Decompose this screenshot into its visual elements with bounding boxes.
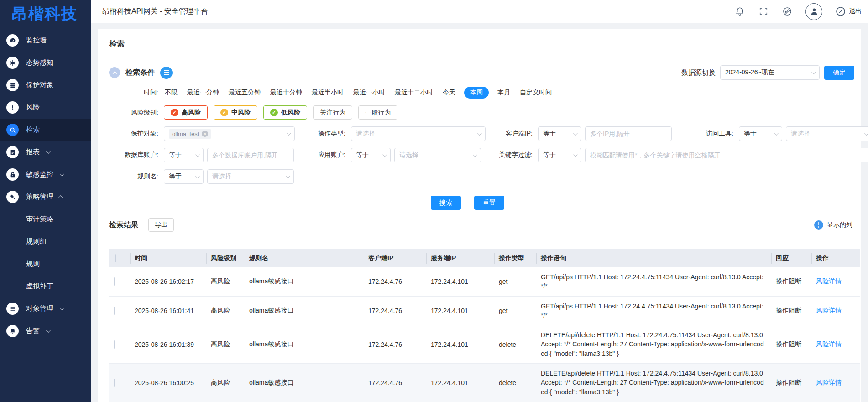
sidebar-item-virtual-patch[interactable]: 虚拟补丁: [0, 275, 91, 298]
time-option-last-10min[interactable]: 最近十分钟: [269, 87, 303, 99]
keyword-op-select[interactable]: 等于: [538, 148, 581, 162]
collapse-conditions-button[interactable]: [109, 67, 120, 78]
sidebar-item-risk[interactable]: 风险: [0, 96, 91, 119]
datasource-select[interactable]: 2024-09-26~现在: [720, 65, 820, 80]
app-title: 昂楷科技API网关 - 安全管理平台: [102, 7, 208, 16]
sidebar-item-label: 报表: [26, 148, 40, 157]
time-option-last-12h[interactable]: 最近十二小时: [394, 87, 434, 99]
db-account-op-select[interactable]: 等于: [164, 148, 204, 162]
risk-normal-button[interactable]: 一般行为: [358, 105, 397, 120]
sidebar-item-reports[interactable]: 报表: [0, 141, 91, 163]
time-label: 时间:: [105, 89, 164, 97]
risk-high-button[interactable]: ✓ 高风险: [164, 105, 208, 120]
row-checkbox[interactable]: [114, 379, 115, 387]
logout-button[interactable]: 退出: [835, 6, 862, 17]
user-avatar[interactable]: [805, 3, 822, 20]
sidebar-item-rule-group[interactable]: 规则组: [0, 230, 91, 253]
sidebar-item-label: 对象管理: [26, 304, 53, 313]
sidebar-item-sensitive-monitor[interactable]: 敏感监控: [0, 163, 91, 186]
time-option-last-1h[interactable]: 最近一小时: [352, 87, 386, 99]
rule-name-select[interactable]: 请选择: [207, 169, 294, 184]
col-rule-name: 规则名: [245, 249, 364, 267]
visible-columns-button[interactable]: 显示的列: [814, 220, 852, 230]
cell-time: 2025-08-26 16:02:17: [130, 267, 206, 296]
risk-exclamation-icon: [6, 101, 19, 114]
op-value: 等于: [744, 130, 757, 138]
sidebar-item-alerts[interactable]: 告警: [0, 320, 91, 342]
sidebar-item-audit-strategy[interactable]: 审计策略: [0, 208, 91, 230]
check-circle-icon: ✓: [270, 109, 278, 116]
sidebar-item-search[interactable]: 检索: [0, 119, 91, 141]
risk-detail-link[interactable]: 风险详情: [816, 277, 842, 285]
risk-medium-button[interactable]: ✓ 中风险: [214, 105, 257, 120]
chevron-down-icon: [573, 152, 578, 157]
condition-menu-icon[interactable]: [160, 67, 173, 79]
select-placeholder: 请选择: [356, 130, 375, 138]
select-all-checkbox[interactable]: [115, 254, 116, 262]
sidebar-item-label: 风险: [26, 103, 40, 112]
datasource-label: 数据源切换: [681, 68, 716, 77]
risk-detail-link[interactable]: 风险详情: [816, 307, 842, 314]
select-placeholder: 请选择: [212, 172, 231, 181]
risk-watch-button[interactable]: 关注行为: [313, 105, 352, 120]
time-option-unlimited[interactable]: 不限: [164, 87, 178, 99]
row-checkbox[interactable]: [114, 277, 115, 286]
chevron-down-icon: [774, 131, 779, 136]
cell-op-type: get: [494, 296, 536, 325]
gavel-icon: [6, 191, 19, 203]
cell-rule: ollama敏感接口: [245, 267, 364, 296]
sidebar-item-label: 监控墙: [26, 36, 47, 45]
sidebar-item-protect-objects[interactable]: 保护对象: [0, 74, 91, 96]
col-response: 回应: [771, 249, 811, 267]
conditions-title: 检索条件: [125, 68, 155, 78]
select-placeholder: 请选择: [399, 151, 418, 159]
sidebar-item-rules[interactable]: 规则: [0, 253, 91, 275]
cell-server-ip: 172.24.4.101: [426, 325, 494, 364]
time-option-this-month[interactable]: 本月: [497, 87, 511, 99]
access-tool-op-select[interactable]: 等于: [739, 126, 782, 141]
chevron-down-icon: [46, 328, 51, 333]
app-account-select[interactable]: 请选择: [394, 148, 481, 162]
keyword-filter-label: 关键字过滤:: [486, 151, 538, 159]
risk-detail-link[interactable]: 风险详情: [816, 379, 842, 386]
database-icon: [6, 79, 19, 91]
risk-low-button[interactable]: ✓ 低风险: [263, 105, 307, 120]
risk-detail-link[interactable]: 风险详情: [816, 340, 842, 348]
cell-rule: ollama敏感接口: [245, 364, 364, 402]
fullscreen-icon[interactable]: [758, 6, 769, 17]
table-row: 2025-08-26 16:01:41 高风险 ollama敏感接口 172.2…: [109, 296, 860, 325]
col-op-type: 操作类型: [494, 249, 536, 267]
time-option-last-1min[interactable]: 最近一分钟: [186, 87, 220, 99]
time-option-today[interactable]: 今天: [442, 87, 456, 99]
client-ip-input[interactable]: [585, 126, 672, 141]
logout-arrow-icon: [835, 6, 846, 17]
notification-bell-icon[interactable]: [734, 6, 745, 17]
app-account-op-select[interactable]: 等于: [351, 148, 391, 162]
sidebar-item-monitor-wall[interactable]: 监控墙: [0, 29, 91, 52]
export-button[interactable]: 导出: [148, 218, 174, 232]
time-option-last-5min[interactable]: 最近五分钟: [228, 87, 261, 99]
search-button[interactable]: 搜索: [431, 196, 461, 210]
db-account-input[interactable]: [207, 148, 294, 162]
reset-button[interactable]: 重置: [474, 196, 504, 210]
sidebar-item-object-mgmt[interactable]: 对象管理: [0, 298, 91, 320]
situation-awareness-icon: [6, 57, 19, 69]
tag-close-icon[interactable]: ×: [202, 131, 208, 137]
op-type-select[interactable]: 请选择: [351, 126, 486, 141]
rule-name-label: 规则名:: [105, 172, 164, 181]
risk-low-label: 低风险: [281, 109, 300, 117]
sidebar-item-strategy-mgmt[interactable]: 策略管理: [0, 186, 91, 208]
sidebar-item-situation[interactable]: 态势感知: [0, 52, 91, 74]
time-option-last-30min[interactable]: 最近半小时: [311, 87, 345, 99]
access-tool-select[interactable]: 请选择: [786, 126, 868, 141]
time-option-this-week[interactable]: 本周: [464, 87, 489, 99]
protect-object-select[interactable]: ollma_test ×: [164, 126, 295, 141]
time-option-custom[interactable]: 自定义时间: [519, 87, 553, 99]
keyword-input[interactable]: [585, 148, 868, 162]
link-icon[interactable]: [782, 6, 793, 17]
rule-name-op-select[interactable]: 等于: [164, 169, 204, 184]
row-checkbox[interactable]: [114, 307, 115, 315]
row-checkbox[interactable]: [114, 340, 115, 349]
client-ip-op-select[interactable]: 等于: [538, 126, 581, 141]
confirm-button[interactable]: 确定: [824, 66, 854, 80]
